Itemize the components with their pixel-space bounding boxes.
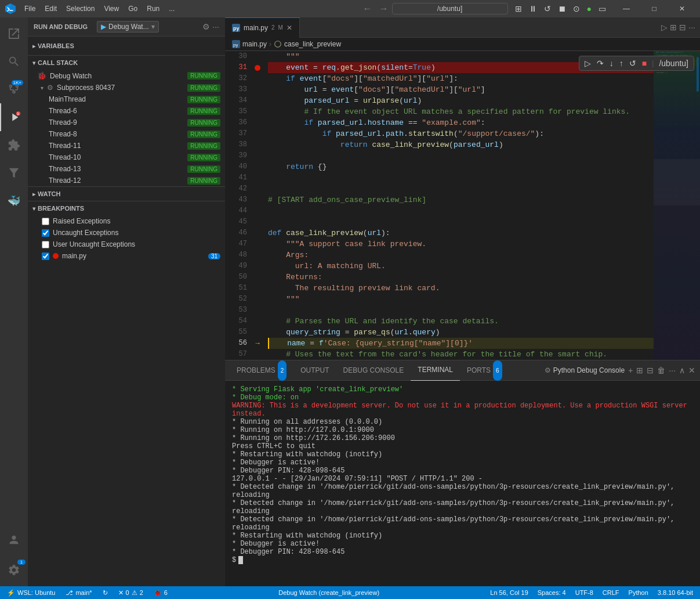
code-content[interactable]: """ event = req.get_json(silent=True) if… bbox=[262, 51, 654, 360]
terminal-add-btn[interactable]: + bbox=[628, 366, 633, 375]
status-ln-col[interactable]: Ln 56, Col 19 bbox=[488, 589, 530, 596]
callstack-thread12[interactable]: Thread-12 RUNNING bbox=[28, 175, 225, 186]
status-remote[interactable]: ⚡ WSL: Ubuntu bbox=[5, 589, 57, 597]
bp-raised-checkbox[interactable] bbox=[42, 218, 49, 225]
variables-title[interactable]: ▸ VARIABLES bbox=[32, 42, 74, 49]
layout-icon[interactable]: ⊞ bbox=[513, 3, 524, 15]
status-eol[interactable]: CRLF bbox=[600, 589, 622, 596]
minimap-scrollbar[interactable] bbox=[697, 57, 699, 92]
callstack-title[interactable]: ▾ CALL STACK bbox=[32, 59, 78, 66]
settings-icon[interactable]: 1 bbox=[0, 556, 28, 584]
terminal-trash-btn[interactable]: 🗑 bbox=[657, 366, 665, 375]
breadcrumb-file[interactable]: main.py bbox=[242, 40, 267, 48]
code-editor[interactable]: 30 31 32 33 34 35 36 37 38 39 40 41 42 4… bbox=[225, 51, 654, 360]
view-menu[interactable]: View bbox=[99, 0, 124, 17]
status-interpreter[interactable]: 3.8.10 64-bit bbox=[655, 589, 695, 596]
debug-platform-btn[interactable]: /ubuntu] bbox=[657, 57, 690, 69]
more-actions-btn[interactable]: ··· bbox=[688, 23, 695, 32]
panel-icon[interactable]: ▭ bbox=[596, 3, 608, 15]
breakpoints-header[interactable]: ▾ BREAKPOINTS bbox=[28, 201, 225, 215]
callstack-thread6[interactable]: Thread-6 RUNNING bbox=[28, 105, 225, 117]
tab-ports[interactable]: PORTS 6 bbox=[460, 360, 509, 381]
debug-pause-icon[interactable]: ⏸ bbox=[527, 3, 539, 15]
terminal-more-btn[interactable]: ··· bbox=[669, 366, 676, 375]
go-menu[interactable]: Go bbox=[124, 0, 142, 17]
forward-button[interactable]: → bbox=[376, 3, 392, 14]
tab-close-btn[interactable]: ✕ bbox=[286, 24, 292, 32]
callstack-thread13[interactable]: Thread-13 RUNNING bbox=[28, 163, 225, 175]
accounts-icon[interactable] bbox=[0, 526, 28, 554]
debug-stepover-btn[interactable]: ↷ bbox=[595, 57, 605, 69]
run-split-btn[interactable]: ▷ bbox=[661, 23, 668, 32]
status-language[interactable]: Python bbox=[626, 589, 651, 596]
file-menu[interactable]: File bbox=[20, 0, 40, 17]
callstack-mainthread[interactable]: MainThread RUNNING bbox=[28, 93, 225, 105]
docker-icon[interactable]: 🐳 bbox=[0, 187, 28, 215]
status-encoding[interactable]: UTF-8 bbox=[573, 589, 596, 596]
debug-stop-icon[interactable]: ⏹ bbox=[556, 3, 568, 15]
debug-green-circle-icon[interactable]: ● bbox=[585, 3, 594, 15]
terminal-split-btn[interactable]: ⊞ bbox=[636, 366, 643, 375]
debug-circle-icon[interactable]: ⊙ bbox=[571, 3, 582, 15]
terminal-collapse-btn[interactable]: ∧ bbox=[679, 366, 685, 375]
debug-dropdown[interactable]: ▶ Debug Wat... ▾ bbox=[97, 21, 159, 33]
terminal-content[interactable]: * Serving Flask app 'create_link_preview… bbox=[225, 381, 700, 586]
debug-continue-btn[interactable]: ▷ bbox=[583, 57, 593, 69]
breadcrumb: py main.py › case_link_preview bbox=[225, 38, 700, 51]
debug-restart-icon[interactable]: ↺ bbox=[542, 3, 553, 15]
svg-text:py: py bbox=[233, 42, 238, 48]
edit-menu[interactable]: Edit bbox=[40, 0, 61, 17]
tab-terminal[interactable]: TERMINAL bbox=[411, 360, 460, 381]
tab-debug-console[interactable]: DEBUG CONSOLE bbox=[336, 360, 411, 381]
source-control-icon[interactable]: 1K+ bbox=[0, 75, 28, 103]
extensions-icon[interactable] bbox=[0, 131, 28, 159]
open-changes-btn[interactable]: ⊞ bbox=[670, 23, 677, 32]
run-debug-icon[interactable]: 1 bbox=[0, 103, 28, 131]
minimize-button[interactable]: — bbox=[613, 0, 640, 17]
testing-icon[interactable] bbox=[0, 159, 28, 187]
callstack-thread8[interactable]: Thread-8 RUNNING bbox=[28, 128, 225, 140]
callstack-debug-watch[interactable]: 🐞 Debug Watch RUNNING bbox=[28, 70, 225, 82]
status-spaces[interactable]: Spaces: 4 bbox=[535, 589, 568, 596]
debug-more-btn[interactable]: ··· bbox=[212, 22, 219, 31]
back-button[interactable]: ← bbox=[360, 3, 376, 14]
address-bar[interactable]: /ubuntu] bbox=[392, 3, 508, 15]
callstack-thread11[interactable]: Thread-11 RUNNING bbox=[28, 140, 225, 151]
watch-title[interactable]: ▸ WATCH bbox=[32, 190, 61, 197]
breakpoints-title[interactable]: ▾ BREAKPOINTS bbox=[32, 205, 84, 212]
tab-problems[interactable]: PROBLEMS 2 bbox=[230, 360, 293, 381]
tab-output[interactable]: OUTPUT bbox=[293, 360, 336, 381]
status-center-text[interactable]: Debug Watch (create_link_preview) bbox=[278, 589, 379, 596]
debug-stop2-btn[interactable]: ■ bbox=[640, 57, 648, 69]
close-button[interactable]: ✕ bbox=[669, 0, 695, 17]
status-errors[interactable]: ✕ 0 ⚠ 2 bbox=[116, 589, 146, 597]
callstack-subprocess[interactable]: ▾ ⚙ Subprocess 80437 RUNNING bbox=[28, 82, 225, 93]
terminal-layout-btn[interactable]: ⊟ bbox=[647, 366, 654, 375]
breadcrumb-function[interactable]: case_link_preview bbox=[284, 40, 341, 48]
terminal-close-btn[interactable]: ✕ bbox=[688, 366, 695, 375]
callstack-thread10[interactable]: Thread-10 RUNNING bbox=[28, 151, 225, 163]
split-editor-btn[interactable]: ⊟ bbox=[679, 23, 686, 32]
term-cursor-line[interactable]: $ bbox=[232, 556, 693, 564]
status-sync[interactable]: ↻ bbox=[100, 589, 110, 597]
bp-uncaught-checkbox[interactable] bbox=[42, 229, 49, 237]
callstack-thread9[interactable]: Thread-9 RUNNING bbox=[28, 117, 225, 128]
maximize-button[interactable]: □ bbox=[641, 0, 668, 17]
more-menu[interactable]: ... bbox=[164, 0, 179, 17]
debug-stepout-btn[interactable]: ↑ bbox=[618, 57, 625, 69]
search-icon[interactable] bbox=[0, 48, 28, 75]
debug-settings-btn[interactable]: ⚙ bbox=[202, 22, 210, 31]
bp-mainpy-checkbox[interactable] bbox=[42, 252, 49, 260]
callstack-header[interactable]: ▾ CALL STACK bbox=[28, 56, 225, 70]
variables-header[interactable]: ▸ VARIABLES bbox=[28, 39, 225, 53]
debug-stepin-btn[interactable]: ↓ bbox=[608, 57, 615, 69]
status-branch[interactable]: ⎇ main* bbox=[63, 589, 94, 597]
explorer-icon[interactable] bbox=[0, 20, 28, 48]
selection-menu[interactable]: Selection bbox=[61, 0, 99, 17]
bp-user-checkbox[interactable] bbox=[42, 241, 49, 248]
debug-restart2-btn[interactable]: ↺ bbox=[628, 57, 638, 69]
status-debug-count[interactable]: 🐞 6 bbox=[151, 589, 170, 597]
watch-header[interactable]: ▸ WATCH bbox=[28, 187, 225, 201]
run-menu[interactable]: Run bbox=[142, 0, 164, 17]
tab-mainpy[interactable]: py main.py 2 M ✕ bbox=[225, 17, 300, 38]
